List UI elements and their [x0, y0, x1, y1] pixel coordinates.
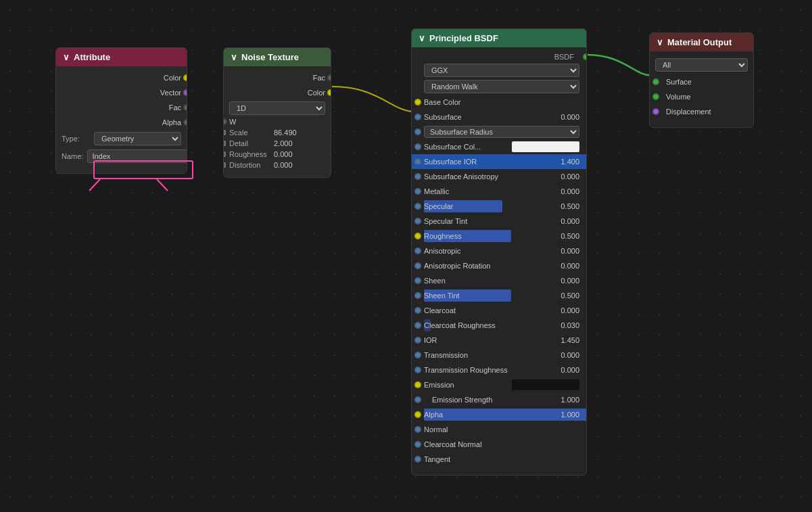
noise-fac-socket[interactable]	[327, 74, 331, 81]
bsdf-subsurface-radius-dropdown[interactable]: Subsurface Radius	[424, 126, 579, 138]
attr-vector-socket[interactable]	[183, 89, 187, 96]
bsdf-transmission-roughness-socket[interactable]	[414, 367, 421, 373]
bsdf-node-title: Principled BSDF	[429, 33, 498, 43]
bsdf-sheen-tint-socket[interactable]	[414, 292, 421, 299]
bsdf-metallic-row: Metallic 0.000	[412, 184, 586, 199]
bsdf-tangent-row: Tangent	[412, 452, 586, 467]
svg-line-1	[157, 179, 168, 191]
noise-output-fac: Fac	[224, 70, 331, 85]
attr-name-row: Name:	[56, 147, 187, 165]
bsdf-node-header: ∨ Principled BSDF	[412, 29, 586, 47]
bsdf-anisotropic-row: Anisotropic 0.000	[412, 243, 586, 258]
output-displacement-socket[interactable]	[652, 108, 659, 115]
bsdf-clearcoat-roughness-socket[interactable]	[414, 322, 421, 329]
bsdf-aniso-rotation-row: Anisotropic Rotation 0.000	[412, 258, 586, 273]
noise-dimension-dropdown[interactable]: 1D 2D 3D 4D	[229, 101, 325, 115]
attr-output-vector: Vector	[56, 85, 187, 100]
bsdf-metallic-socket[interactable]	[414, 188, 421, 195]
bsdf-transmission-row: Transmission 0.000	[412, 348, 586, 363]
bsdf-tangent-socket[interactable]	[414, 456, 421, 463]
output-volume-row: Volume	[650, 89, 753, 104]
bsdf-distribution-dropdown[interactable]: GGX Multiscatter GGX	[424, 64, 579, 77]
bsdf-subsurface-aniso-row: Subsurface Anisotropy 0.000	[412, 169, 586, 184]
bsdf-subsurface-aniso-socket[interactable]	[414, 173, 421, 180]
output-node-header: ∨ Material Output	[650, 33, 753, 51]
bsdf-subsurface-method-dropdown[interactable]: Random Walk Christensen-Burley	[424, 80, 579, 93]
bsdf-aniso-rotation-socket[interactable]	[414, 262, 421, 269]
output-volume-socket[interactable]	[652, 93, 659, 100]
bsdf-emission-strength-socket[interactable]	[414, 396, 421, 403]
bsdf-sheen-socket[interactable]	[414, 277, 421, 284]
output-displacement-row: Displacement	[650, 104, 753, 119]
noise-node-header: ∨ Noise Texture	[224, 48, 331, 66]
attr-fac-socket[interactable]	[183, 104, 187, 111]
bsdf-subsurface-col-row: Subsurface Col...	[412, 139, 586, 154]
output-surface-socket[interactable]	[652, 78, 659, 85]
material-output-node: ∨ Material Output All Eevee Cycles Surfa…	[649, 32, 754, 128]
attr-type-row: Type: Geometry	[56, 130, 187, 147]
noise-collapse-icon[interactable]: ∨	[231, 52, 237, 62]
bsdf-sheen-tint-row: Sheen Tint 0.500	[412, 288, 586, 303]
bsdf-transmission-socket[interactable]	[414, 352, 421, 358]
bsdf-specular-socket[interactable]	[414, 203, 421, 210]
collapse-icon[interactable]: ∨	[63, 52, 70, 62]
bsdf-normal-socket[interactable]	[414, 426, 421, 433]
attribute-node-header: ∨ Attribute	[56, 48, 187, 66]
output-collapse-icon[interactable]: ∨	[656, 37, 663, 47]
output-node-title: Material Output	[667, 37, 732, 47]
bsdf-roughness-socket[interactable]	[414, 233, 421, 239]
attr-name-input[interactable]	[87, 149, 187, 163]
bsdf-collapse-icon[interactable]: ∨	[419, 33, 425, 43]
attr-color-socket[interactable]	[183, 74, 187, 81]
bsdf-subsurface-row: Subsurface 0.000	[412, 110, 586, 124]
bsdf-specular-tint-row: Specular Tint 0.000	[412, 214, 586, 229]
bsdf-subsurface-col-socket[interactable]	[414, 143, 421, 150]
bsdf-anisotropic-socket[interactable]	[414, 248, 421, 254]
bsdf-alpha-row: Alpha 1.000	[412, 407, 586, 422]
attr-output-alpha: Alpha	[56, 115, 187, 130]
attribute-node: ∨ Attribute Color Vector Fac Alpha Type:…	[55, 47, 187, 174]
bsdf-clearcoat-row: Clearcoat 0.000	[412, 303, 586, 318]
bsdf-roughness-row: Roughness 0.500	[412, 229, 586, 243]
bsdf-emission-socket[interactable]	[414, 381, 421, 388]
attr-alpha-socket[interactable]	[183, 119, 187, 126]
attr-output-color: Color	[56, 70, 187, 85]
noise-scale-socket[interactable]	[223, 130, 226, 135]
noise-w-row: W	[224, 116, 331, 127]
bsdf-subsurface-col-swatch[interactable]	[512, 141, 579, 152]
noise-w-socket[interactable]	[223, 118, 227, 125]
noise-detail-socket[interactable]	[223, 141, 226, 146]
bsdf-normal-row: Normal	[412, 422, 586, 437]
bsdf-transmission-roughness-row: Transmission Roughness 0.000	[412, 363, 586, 377]
noise-roughness-socket[interactable]	[223, 152, 226, 157]
bsdf-alpha-socket[interactable]	[414, 411, 421, 418]
output-target-dropdown[interactable]: All Eevee Cycles	[655, 58, 748, 72]
bsdf-clearcoat-roughness-row: Clearcoat Roughness 0.030	[412, 318, 586, 333]
bsdf-specular-tint-socket[interactable]	[414, 218, 421, 225]
bsdf-subsurface-ior-row: Subsurface IOR 1.400	[412, 154, 586, 169]
bsdf-clearcoat-normal-row: Clearcoat Normal	[412, 437, 586, 452]
bsdf-clearcoat-normal-socket[interactable]	[414, 441, 421, 448]
bsdf-ior-socket[interactable]	[414, 337, 421, 344]
bsdf-emission-row: Emission	[412, 377, 586, 392]
noise-output-color: Color	[224, 85, 331, 100]
bsdf-base-color-row: Base Color	[412, 95, 586, 110]
bsdf-base-color-socket[interactable]	[414, 99, 421, 106]
bsdf-subsurface-radius-socket[interactable]	[414, 129, 421, 135]
bsdf-sheen-row: Sheen 0.000	[412, 273, 586, 288]
bsdf-emission-swatch[interactable]	[512, 379, 579, 390]
noise-texture-node: ∨ Noise Texture Fac Color 1D 2D 3D 4D W …	[223, 47, 331, 178]
noise-color-socket[interactable]	[327, 89, 331, 96]
output-surface-row: Surface	[650, 74, 753, 89]
principled-bsdf-node: ∨ Principled BSDF BSDF GGX Multiscatter …	[411, 28, 587, 475]
bsdf-output-row: BSDF	[412, 51, 586, 62]
bsdf-subsurface-ior-socket[interactable]	[414, 158, 421, 165]
bsdf-subsurface-socket[interactable]	[414, 114, 421, 120]
bsdf-output-socket[interactable]	[583, 53, 587, 60]
attr-type-dropdown[interactable]: Geometry	[94, 132, 181, 145]
noise-distortion-socket[interactable]	[223, 162, 226, 168]
noise-scale-row: Scale 86.490	[224, 127, 331, 138]
attr-output-fac: Fac	[56, 100, 187, 115]
noise-node-title: Noise Texture	[241, 52, 299, 62]
bsdf-clearcoat-socket[interactable]	[414, 307, 421, 314]
